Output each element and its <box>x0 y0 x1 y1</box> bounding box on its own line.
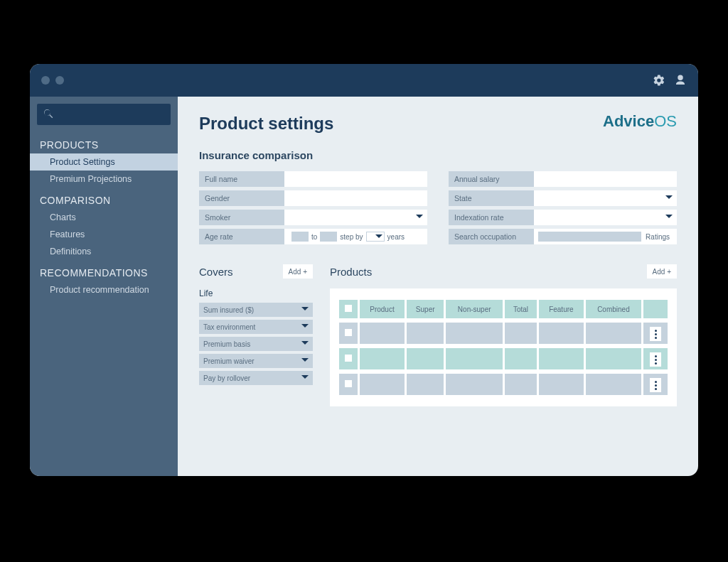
cell-product <box>360 348 405 369</box>
sidebar-item-premium-projections[interactable]: Premium Projections <box>30 171 178 188</box>
traffic-dot[interactable] <box>55 76 64 85</box>
sidebar-item-charts[interactable]: Charts <box>30 209 178 226</box>
sidebar-item-product-settings[interactable]: Product Settings <box>30 153 178 171</box>
titlebar <box>30 64 698 97</box>
covers-add-button[interactable]: Add + <box>283 264 313 279</box>
indexation-select[interactable] <box>534 210 677 225</box>
chevron-down-icon <box>375 233 382 242</box>
chevron-down-icon <box>301 306 309 314</box>
table-header-product: Product <box>360 300 405 318</box>
field-smoker: Smoker <box>199 210 427 225</box>
checkbox[interactable] <box>345 355 352 362</box>
field-age-rate: Age rate to step by years <box>199 229 427 244</box>
products-panel: Products Add + Product Super Non-super <box>330 264 677 406</box>
table-header-total: Total <box>505 300 537 318</box>
cover-label: Sum insured ($) <box>203 306 254 314</box>
form-grid: Full name Gender Smoker Age rat <box>199 171 677 244</box>
cover-label: Pay by rollover <box>203 374 250 382</box>
field-label: Age rate <box>199 229 284 244</box>
covers-title: Covers <box>199 266 233 278</box>
cell-total <box>505 348 537 369</box>
cover-premium-basis[interactable]: Premium basis <box>199 337 313 351</box>
checkbox[interactable] <box>345 329 352 336</box>
field-search-occupation: Search occupation Ratings <box>449 229 677 244</box>
chevron-down-icon <box>301 374 309 382</box>
cover-sum-insured[interactable]: Sum insured ($) <box>199 303 313 317</box>
products-add-button[interactable]: Add + <box>647 264 677 279</box>
age-step-label: step by <box>340 233 363 241</box>
field-full-name: Full name <box>199 171 427 187</box>
smoker-select[interactable] <box>284 210 427 225</box>
age-to-input[interactable] <box>320 232 337 242</box>
gender-input[interactable] <box>284 190 427 206</box>
nav-heading-products: PRODUCTS <box>30 132 178 153</box>
table-header-feature: Feature <box>539 300 584 318</box>
row-actions-button[interactable] <box>650 378 661 392</box>
cell-super <box>407 374 444 395</box>
table-row <box>339 323 668 344</box>
products-table-container: Product Super Non-super Total Feature Co… <box>330 288 677 406</box>
profile-button[interactable] <box>674 74 687 87</box>
nav-heading-comparison: COMPARISON <box>30 188 178 209</box>
cell-combined <box>586 348 641 369</box>
cell-combined <box>586 374 641 395</box>
age-step-select[interactable] <box>366 232 385 242</box>
cover-tax-environment[interactable]: Tax environment <box>199 320 313 334</box>
cell-product <box>360 374 405 395</box>
field-label: Smoker <box>199 210 284 225</box>
brand-logo: AdviceOS <box>603 112 677 131</box>
settings-button[interactable] <box>653 74 665 87</box>
age-to-label: to <box>311 233 317 241</box>
field-indexation-rate: Indexation rate <box>449 210 677 225</box>
section-title: Insurance comparison <box>199 149 677 161</box>
occupation-input[interactable]: Ratings <box>534 229 677 244</box>
user-icon <box>674 74 687 87</box>
age-rate-input[interactable]: to step by years <box>284 229 427 244</box>
cell-non-super <box>446 374 503 395</box>
cell-total <box>505 374 537 395</box>
table-header-checkbox <box>339 300 358 318</box>
row-actions-button[interactable] <box>650 352 661 367</box>
checkbox[interactable] <box>345 305 352 312</box>
covers-subtitle: Life <box>199 288 313 298</box>
form-col-right: Annual salary State Indexation rate <box>449 171 677 244</box>
chevron-down-icon <box>301 357 309 365</box>
cell-non-super <box>446 348 503 369</box>
cover-label: Premium waiver <box>203 357 255 365</box>
table-header-super: Super <box>407 300 444 318</box>
age-years-label: years <box>387 233 405 241</box>
field-label: Gender <box>199 190 284 206</box>
age-from-input[interactable] <box>291 232 309 242</box>
checkbox[interactable] <box>345 380 352 387</box>
traffic-dot[interactable] <box>41 76 50 85</box>
gear-icon <box>653 74 665 87</box>
field-gender: Gender <box>199 190 427 206</box>
cover-label: Premium basis <box>203 340 250 348</box>
sidebar-item-product-recommendation[interactable]: Product recommendation <box>30 281 178 298</box>
cover-label: Tax environment <box>203 323 255 331</box>
cover-premium-waiver[interactable]: Premium waiver <box>199 354 313 368</box>
cell-super <box>407 348 444 369</box>
table-row <box>339 348 668 369</box>
chevron-down-icon <box>301 323 309 331</box>
nav-heading-recommendations: RECOMMENDATIONS <box>30 260 178 281</box>
sidebar: PRODUCTS Product Settings Premium Projec… <box>30 97 178 476</box>
state-select[interactable] <box>534 190 677 206</box>
search-input[interactable] <box>37 104 171 125</box>
row-actions-button[interactable] <box>650 327 661 341</box>
search-icon <box>43 108 54 119</box>
full-name-input[interactable] <box>284 171 427 187</box>
cover-pay-by-rollover[interactable]: Pay by rollover <box>199 371 313 385</box>
field-label: Indexation rate <box>449 210 534 225</box>
occupation-text-input[interactable] <box>538 232 641 242</box>
form-col-left: Full name Gender Smoker Age rat <box>199 171 427 244</box>
annual-salary-input[interactable] <box>534 171 677 187</box>
app-window: PRODUCTS Product Settings Premium Projec… <box>30 64 698 476</box>
table-row <box>339 374 668 395</box>
cell-feature <box>539 374 584 395</box>
cell-total <box>505 323 537 344</box>
cell-combined <box>586 323 641 344</box>
sidebar-item-features[interactable]: Features <box>30 226 178 243</box>
sidebar-item-definitions[interactable]: Definitions <box>30 243 178 260</box>
field-label: Search occupation <box>449 229 534 244</box>
